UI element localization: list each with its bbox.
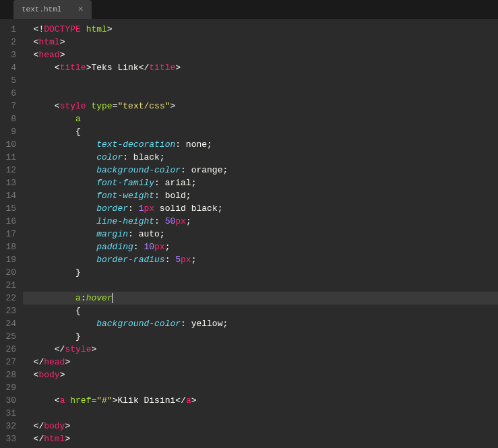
code-line: { (23, 125, 498, 138)
code-line: </body> (23, 420, 498, 433)
line-number: 20 (4, 266, 16, 279)
line-number: 3 (4, 49, 16, 61)
line-number: 23 (4, 305, 16, 317)
line-number: 2 (4, 36, 16, 49)
code-line: border-radius: 5px; (23, 253, 498, 266)
line-number: 5 (4, 74, 16, 87)
line-number: 32 (4, 420, 16, 433)
line-number: 10 (4, 138, 16, 151)
code-line: background-color: orange; (23, 164, 498, 177)
close-icon[interactable]: × (77, 4, 83, 15)
line-number: 7 (4, 100, 16, 113)
line-number: 27 (4, 356, 16, 369)
code-line: <style type="text/css"> (23, 100, 498, 113)
line-number: 33 (4, 433, 16, 445)
code-line: <a href="#">Klik Disini</a> (23, 394, 498, 407)
line-number: 1 (4, 23, 16, 36)
line-number: 12 (4, 164, 16, 177)
line-number: 11 (4, 151, 16, 164)
code-line: <!DOCTYPE html> (23, 23, 498, 36)
code-line: } (23, 330, 498, 343)
code-line (23, 74, 498, 87)
code-line: background-color: yellow; (23, 317, 498, 330)
code-line: text-decoration: none; (23, 138, 498, 151)
line-number: 25 (4, 330, 16, 343)
code-line: <title>Teks Link</title> (23, 61, 498, 74)
code-content[interactable]: <!DOCTYPE html> <html> <head> <title>Tek… (23, 19, 498, 448)
line-number: 18 (4, 241, 16, 253)
line-number: 22 (4, 292, 16, 305)
line-number: 13 (4, 177, 16, 189)
tab-bar: text.html × (0, 0, 498, 19)
code-line: <html> (23, 36, 498, 49)
line-number: 26 (4, 343, 16, 356)
code-line (23, 381, 498, 394)
code-line: </html> (23, 433, 498, 445)
line-number: 6 (4, 87, 16, 100)
code-line: <head> (23, 49, 498, 61)
line-number: 8 (4, 113, 16, 125)
code-line: padding: 10px; (23, 241, 498, 253)
code-line: margin: auto; (23, 228, 498, 241)
line-number: 4 (4, 61, 16, 74)
line-number-gutter: 1 2 3 4 5 6 7 8 9 10 11 12 13 14 15 16 1… (0, 19, 23, 448)
line-number: 16 (4, 215, 16, 228)
line-number: 24 (4, 317, 16, 330)
code-line (23, 87, 498, 100)
code-line: <body> (23, 369, 498, 381)
line-number: 17 (4, 228, 16, 241)
code-line (23, 407, 498, 420)
line-number: 9 (4, 125, 16, 138)
code-line: line-height: 50px; (23, 215, 498, 228)
editor-area[interactable]: 1 2 3 4 5 6 7 8 9 10 11 12 13 14 15 16 1… (0, 19, 498, 448)
code-line: color: black; (23, 151, 498, 164)
line-number: 14 (4, 189, 16, 202)
code-line: </style> (23, 343, 498, 356)
line-number: 15 (4, 202, 16, 215)
line-number: 30 (4, 394, 16, 407)
cursor-icon (112, 293, 113, 303)
line-number: 29 (4, 381, 16, 394)
line-number: 28 (4, 369, 16, 381)
code-line-active: a:hover (23, 292, 498, 305)
line-number: 31 (4, 407, 16, 420)
code-line: { (23, 305, 498, 317)
code-line: a (23, 113, 498, 125)
code-line: border: 1px solid black; (23, 202, 498, 215)
code-line (23, 279, 498, 292)
code-line: </head> (23, 356, 498, 369)
code-line: font-family: arial; (23, 177, 498, 189)
line-number: 19 (4, 253, 16, 266)
line-number: 21 (4, 279, 16, 292)
tab-filename: text.html (22, 5, 61, 13)
code-line: font-weight: bold; (23, 189, 498, 202)
editor-tab[interactable]: text.html × (13, 0, 92, 19)
code-line: } (23, 266, 498, 279)
